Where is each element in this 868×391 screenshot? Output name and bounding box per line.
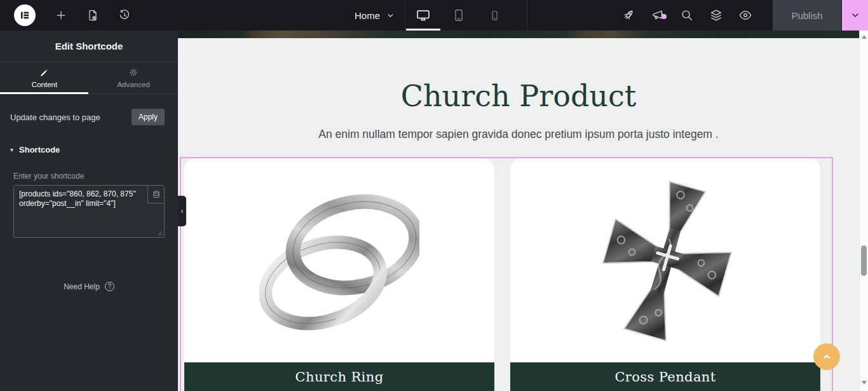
elementor-logo-icon (19, 10, 31, 21)
page-switcher-label: Home (355, 10, 380, 21)
pencil-icon (39, 67, 50, 78)
page-preview-canvas: Church Product An enim nullam tempor sap… (178, 31, 859, 391)
structure-layers-icon[interactable] (709, 8, 723, 22)
chevron-up-icon (821, 351, 832, 362)
product-card-footer: Cross Pendant (510, 362, 820, 391)
church-ring-image (259, 186, 419, 333)
active-tab-underline (0, 92, 88, 94)
caret-down-icon: ▾ (10, 146, 13, 153)
panel-title: Edit Shortcode (0, 31, 178, 62)
shortcode-section-toggle[interactable]: ▾ Shortcode (10, 145, 60, 154)
topbar-divider (527, 0, 527, 31)
tab-content[interactable]: Content (0, 62, 89, 93)
topbar-divider (405, 0, 405, 31)
scroll-to-top-button[interactable] (813, 343, 840, 370)
edit-shortcode-panel: Edit Shortcode Content Advanced Update c… (0, 31, 178, 391)
finder-search-icon[interactable] (680, 8, 694, 22)
product-name: Church Ring (295, 369, 383, 385)
section-heading[interactable]: Church Product (178, 79, 859, 113)
shortcode-field: [products ids="860, 862, 870, 875" order… (13, 185, 165, 238)
browser-scrollbar (859, 31, 868, 391)
product-card-cross-pendant[interactable]: Cross Pendant (510, 158, 820, 391)
database-icon (152, 190, 161, 199)
device-desktop-button[interactable] (412, 0, 435, 31)
add-element-icon[interactable] (55, 9, 67, 22)
panel-collapse-handle[interactable]: ‹ (178, 196, 186, 226)
need-help-link[interactable]: Need Help ? (0, 282, 178, 291)
scrollbar-up-arrow[interactable] (862, 35, 867, 39)
section-subtitle[interactable]: An enim nullam tempor sapien gravida don… (178, 128, 859, 141)
previous-section-edge (178, 31, 859, 38)
product-card-footer: Church Ring (184, 362, 494, 391)
chevron-down-icon (850, 10, 860, 20)
help-question-icon: ? (105, 282, 114, 291)
dynamic-tags-button[interactable] (147, 186, 164, 203)
checklist-rocket-icon[interactable] (621, 8, 635, 22)
scrollbar-thumb[interactable] (861, 245, 867, 276)
history-icon[interactable] (118, 9, 131, 22)
device-mobile-button[interactable] (483, 0, 506, 31)
editor-topbar: Home (0, 0, 868, 31)
publish-button[interactable]: Publish (773, 0, 841, 31)
shortcode-field-label: Enter your shortcode (13, 172, 84, 181)
tab-content-label: Content (32, 81, 57, 88)
publish-options-button[interactable] (842, 0, 868, 31)
tab-advanced-label: Advanced (117, 81, 149, 88)
device-active-underline (406, 29, 440, 31)
device-tablet-button[interactable] (447, 0, 470, 31)
resize-handle[interactable] (157, 230, 163, 236)
product-name: Cross Pendant (614, 369, 715, 385)
whats-new-megaphone-icon[interactable] (651, 8, 665, 22)
preview-eye-icon[interactable] (738, 8, 752, 22)
apply-button[interactable]: Apply (132, 109, 165, 125)
notification-dot (661, 14, 667, 19)
chevron-left-icon: ‹ (181, 207, 184, 216)
page-settings-icon[interactable] (86, 9, 99, 22)
elementor-logo[interactable] (14, 4, 36, 26)
need-help-label: Need Help (64, 282, 100, 291)
scrollbar-down-arrow[interactable] (862, 381, 867, 385)
chevron-down-icon (386, 11, 395, 20)
shortcode-section-title: Shortcode (19, 145, 60, 154)
gear-icon (128, 67, 139, 78)
product-card-church-ring[interactable]: Church Ring (184, 158, 494, 391)
shortcode-input[interactable]: [products ids="860, 862, 870, 875" order… (13, 185, 165, 238)
update-changes-label: Update changes to page (10, 113, 100, 122)
cross-pendant-image (600, 180, 732, 341)
panel-tabs: Content Advanced (0, 62, 178, 94)
tab-advanced[interactable]: Advanced (89, 62, 178, 93)
page-switcher-dropdown[interactable]: Home (348, 0, 401, 31)
